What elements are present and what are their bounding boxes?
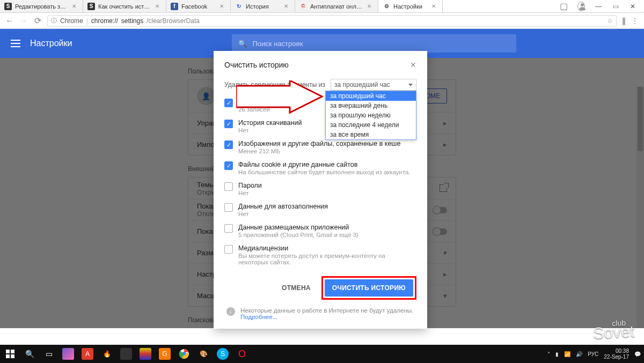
- browser-tab[interactable]: ↻История✕: [231, 0, 295, 12]
- tab-title: Антиплагиат онлайн, пр: [310, 3, 364, 10]
- cancel-button[interactable]: ОТМЕНА: [276, 280, 316, 296]
- time-range-dropdown: за прошедший часза вчерашний деньза прош…: [325, 91, 416, 140]
- minimize-button[interactable]: ―: [595, 3, 602, 10]
- taskbar-app[interactable]: G: [156, 345, 174, 363]
- bookmark-star-icon[interactable]: ☆: [607, 17, 613, 25]
- chrome-menu-icon[interactable]: ⋮: [631, 17, 639, 25]
- site-info-icon[interactable]: ⓘ: [51, 17, 57, 25]
- maximize-button[interactable]: ▭: [612, 3, 619, 10]
- time-range-select[interactable]: за прошедший час: [331, 79, 416, 91]
- clear-data-option[interactable]: Данные для автозаполненияНет: [224, 199, 416, 220]
- search-button[interactable]: 🔍: [20, 345, 39, 363]
- tab-favicon: f: [171, 3, 178, 10]
- tab-close-icon[interactable]: ✕: [155, 3, 162, 10]
- checkbox[interactable]: [224, 224, 233, 233]
- tab-favicon: S: [87, 3, 95, 10]
- checkbox[interactable]: ✓: [224, 99, 233, 107]
- option-title: История скачиваний: [238, 119, 302, 127]
- tab-favicon: ↻: [235, 3, 243, 10]
- checkbox[interactable]: [224, 203, 233, 212]
- option-subtitle: Вы можете потерять доступ к премиум-конт…: [238, 253, 416, 265]
- option-title: История просмотров: [238, 98, 303, 106]
- tray-language[interactable]: РУС: [588, 351, 598, 357]
- tab-favicon: ⚙: [383, 3, 390, 10]
- tab-close-icon[interactable]: ✕: [367, 3, 374, 10]
- dialog-close-button[interactable]: ✕: [410, 61, 416, 69]
- option-title: Медиалицензии: [238, 245, 416, 252]
- chevron-down-icon: [408, 84, 413, 86]
- start-button[interactable]: [1, 345, 19, 363]
- tray-battery-icon[interactable]: ▮: [555, 351, 559, 357]
- svg-rect-2: [11, 350, 14, 353]
- omnibox-url-host: settings: [121, 17, 143, 25]
- new-tab-button[interactable]: ▢: [557, 0, 570, 12]
- checkbox[interactable]: [224, 182, 233, 191]
- task-view-button[interactable]: ▭: [40, 345, 58, 363]
- tab-title: История: [246, 3, 281, 10]
- taskbar-app[interactable]: [59, 345, 77, 363]
- reload-button[interactable]: ⟳: [33, 17, 42, 25]
- clear-data-option[interactable]: ✓Файлы cookie и другие данные сайтовНа б…: [224, 158, 416, 179]
- settings-search[interactable]: 🔍 Поиск настроек: [232, 34, 516, 53]
- tab-close-icon[interactable]: ✕: [431, 3, 438, 10]
- forward-button[interactable]: →: [19, 17, 28, 25]
- browser-tab[interactable]: SРедактировать запись ‹✕: [0, 0, 83, 12]
- checkbox[interactable]: ✓: [224, 140, 233, 149]
- clear-data-option[interactable]: ПаролиНет: [224, 179, 416, 199]
- clear-history-button[interactable]: ОЧИСТИТЬ ИСТОРИЮ: [325, 279, 413, 297]
- taskbar-app[interactable]: [136, 345, 155, 363]
- option-subtitle: Нет: [238, 211, 328, 217]
- taskbar-app[interactable]: [117, 345, 135, 363]
- time-range-option[interactable]: за прошлую неделю: [326, 110, 416, 120]
- tray-up-icon[interactable]: ˄: [547, 351, 550, 357]
- tray-clock[interactable]: 00:38 22-Sep-17: [604, 348, 629, 360]
- browser-tab[interactable]: ©Антиплагиат онлайн, пр✕: [295, 0, 378, 12]
- browser-titlebar: SРедактировать запись ‹✕SКак очистить ис…: [0, 0, 644, 13]
- clear-data-option[interactable]: Данные размещаемых приложений5 приложени…: [224, 220, 416, 241]
- taskbar-app-chrome[interactable]: [175, 345, 193, 363]
- omnibox-chrome-label: Chrome: [60, 17, 83, 25]
- clear-data-option[interactable]: МедиалицензииВы можете потерять доступ к…: [224, 241, 416, 269]
- time-range-option[interactable]: за все время: [326, 130, 416, 139]
- tab-title: Как очистить историю п: [98, 3, 152, 10]
- tray-volume-icon[interactable]: 🔊: [576, 351, 582, 357]
- taskbar-app[interactable]: 🔥: [98, 345, 116, 363]
- option-subtitle: На большинстве сайтов будет выполнен вых…: [238, 169, 411, 175]
- svg-rect-3: [6, 354, 10, 358]
- annotation-highlight: ОЧИСТИТЬ ИСТОРИЮ: [321, 276, 416, 300]
- taskbar-app-skype[interactable]: S: [214, 345, 232, 363]
- browser-tab[interactable]: ⚙Настройки✕: [378, 0, 443, 12]
- taskbar-app-opera[interactable]: O: [233, 345, 251, 363]
- address-bar[interactable]: ⓘ Chrome | chrome://settings/clearBrowse…: [47, 15, 617, 27]
- time-range-option[interactable]: за прошедший час: [326, 91, 416, 101]
- tab-favicon: S: [4, 3, 12, 10]
- toolbar: ← → ⟳ ⓘ Chrome | chrome://settings/clear…: [0, 13, 644, 29]
- option-title: Файлы cookie и другие данные сайтов: [238, 161, 411, 168]
- option-subtitle: Нет: [238, 127, 302, 134]
- time-range-option[interactable]: за вчерашний день: [326, 101, 416, 110]
- option-title: Пароли: [238, 182, 262, 189]
- checkbox[interactable]: [224, 245, 233, 254]
- extensions-icon[interactable]: |||: [622, 17, 625, 25]
- info-text: Некоторые данные о работе в Интернете не…: [240, 307, 413, 314]
- checkbox[interactable]: ✓: [224, 120, 233, 128]
- checkbox[interactable]: ✓: [224, 161, 233, 170]
- windows-taskbar: 🔍 ▭ A 🔥 G 🎨 S O ˄ ▮ 📶 🔊 РУС 00:38 22-Sep…: [0, 345, 644, 363]
- time-range-option[interactable]: за последние 4 недели: [326, 120, 416, 130]
- tray-wifi-icon[interactable]: 📶: [564, 351, 570, 357]
- taskbar-app[interactable]: 🎨: [194, 345, 213, 363]
- tab-close-icon[interactable]: ✕: [219, 3, 226, 10]
- menu-icon[interactable]: [11, 40, 20, 47]
- tab-strip: SРедактировать запись ‹✕SКак очистить ис…: [0, 0, 557, 12]
- profile-icon[interactable]: [577, 3, 585, 10]
- learn-more-link[interactable]: Подробнее...: [240, 314, 277, 320]
- taskbar-app[interactable]: A: [78, 345, 97, 363]
- browser-tab[interactable]: SКак очистить историю п✕: [83, 0, 166, 12]
- back-button[interactable]: ←: [5, 17, 14, 25]
- close-window-button[interactable]: ✕: [629, 3, 636, 10]
- browser-tab[interactable]: fFacebook✕: [166, 0, 231, 12]
- tab-close-icon[interactable]: ✕: [72, 3, 78, 10]
- tray-notifications-icon[interactable]: 💬: [634, 351, 641, 357]
- time-range-row: Удалить следующие элементы из за прошедш…: [224, 79, 416, 91]
- tab-close-icon[interactable]: ✕: [284, 3, 290, 10]
